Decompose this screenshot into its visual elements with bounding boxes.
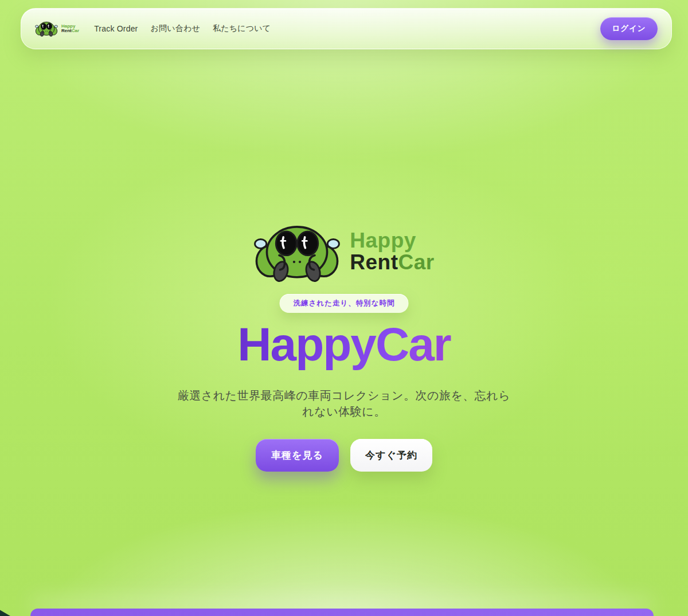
book-now-button[interactable]: 今すぐ予約 [350, 439, 432, 472]
hero-logo-text: Happy RentCar [350, 230, 434, 276]
navbar-links: Track Order お問い合わせ 私たちについて [94, 23, 271, 34]
happy-car-mascot-icon [35, 21, 58, 37]
hero-tagline-badge: 洗練された走り、特別な時間 [280, 294, 409, 313]
corner-decoration [0, 609, 10, 616]
hero-logo: Happy RentCar [0, 222, 688, 284]
navbar-logo[interactable]: Happy RentCar [35, 21, 79, 37]
view-vehicles-button[interactable]: 車種を見る [256, 439, 339, 472]
hero-subtitle: 厳選された世界最高峰の車両コレクション。次の旅を、忘れられない体験に。 [175, 387, 513, 420]
next-section-card-edge [30, 609, 654, 616]
page-title: HappyCar [0, 319, 688, 370]
navbar: Happy RentCar Track Order お問い合わせ 私たちについて… [21, 8, 672, 49]
nav-link-contact[interactable]: お問い合わせ [150, 23, 200, 34]
logo-line2: RentCar [61, 29, 79, 33]
happy-car-mascot-icon [253, 222, 341, 284]
hero-logo-line2: RentCar [350, 252, 434, 273]
login-button[interactable]: ログイン [600, 17, 658, 40]
nav-link-track-order[interactable]: Track Order [94, 24, 138, 33]
hero-logo-line1: Happy [350, 230, 434, 252]
nav-link-about[interactable]: 私たちについて [213, 23, 271, 34]
navbar-logo-text: Happy RentCar [61, 24, 79, 33]
hero-cta-row: 車種を見る 今すぐ予約 [0, 439, 688, 472]
